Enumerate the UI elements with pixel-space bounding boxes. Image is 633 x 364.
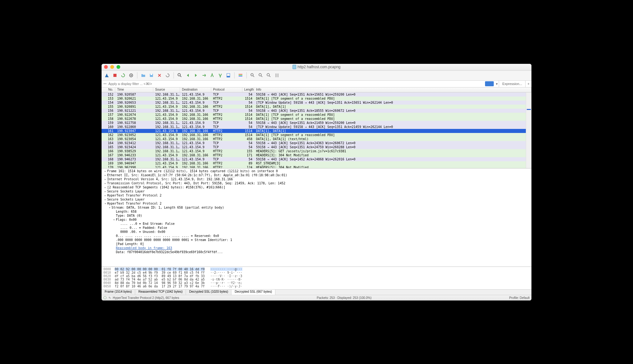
tree-node[interactable]: ▸Ethernet II, Src: XiaomiEl_1c:b7:7f (50… xyxy=(102,173,531,177)
go-to-packet-button[interactable] xyxy=(201,72,207,79)
col-protocol[interactable]: Protocol xyxy=(211,87,242,92)
go-forward-button[interactable] xyxy=(193,72,199,79)
auto-scroll-button[interactable] xyxy=(225,72,232,79)
find-button[interactable] xyxy=(176,72,183,79)
bytes-tab[interactable]: Frame (1514 bytes) xyxy=(102,290,135,295)
minimize-button[interactable] xyxy=(110,65,114,69)
go-last-button[interactable] xyxy=(217,72,224,79)
table-row[interactable]: 154190.920653192.168.31.1…121.43.154.9TC… xyxy=(102,101,531,105)
close-file-button[interactable] xyxy=(156,72,163,79)
tree-arrow-icon[interactable]: ▸ xyxy=(103,185,107,189)
table-row[interactable]: 169190.946947121.43.154.9192.168.31.166H… xyxy=(102,161,531,165)
zoom-in-button[interactable]: + xyxy=(249,72,256,79)
tree-node[interactable]: [Pad Length: 0] xyxy=(102,242,531,246)
tree-arrow-icon[interactable]: ▸ xyxy=(103,181,107,185)
table-row[interactable]: 152190.920587192.168.31.1…121.43.154.9TC… xyxy=(102,92,531,97)
col-no[interactable]: No. xyxy=(102,87,115,92)
tree-arrow-icon[interactable]: ▸ xyxy=(103,193,107,197)
packet-details-pane[interactable]: ▸Frame 161: 1514 bytes on wire (12112 bi… xyxy=(102,168,531,267)
packet-scrollbar[interactable] xyxy=(526,92,531,168)
maximize-button[interactable] xyxy=(117,65,120,69)
table-row[interactable]: 167190.946233121.43.154.9192.168.31.166H… xyxy=(102,153,531,157)
tree-node[interactable]: .... 0... = Padded: False xyxy=(102,226,531,230)
filter-add-button[interactable]: + xyxy=(525,81,531,87)
col-time[interactable]: Time xyxy=(115,87,153,92)
table-row[interactable]: 162190.923052121.43.154.9192.168.31.166H… xyxy=(102,133,531,137)
table-row[interactable]: 156190.921221192.168.31.1…121.43.154.9TC… xyxy=(102,109,531,113)
tree-node[interactable]: ▸HyperText Transfer Protocol 2 xyxy=(102,193,531,197)
table-row[interactable]: 163190.923054121.43.154.9192.168.31.166H… xyxy=(102,137,531,141)
tree-node[interactable]: Type: DATA (0) xyxy=(102,214,531,218)
tree-node[interactable]: ▾HyperText Transfer Protocol 2 xyxy=(102,201,531,206)
zoom-reset-button[interactable] xyxy=(265,72,272,79)
zoom-out-button[interactable]: - xyxy=(257,72,264,79)
byte-row[interactable]: 0040 8d 88 da 70 bd 0b 72 14 98 96 59 32… xyxy=(103,281,530,285)
tree-arrow-icon[interactable]: ▸ xyxy=(103,197,107,201)
byte-row[interactable]: 0000 00 02 92 00 00 00 00 00 01 f8 7f 00… xyxy=(103,267,530,271)
table-row[interactable]: 170190.962998121.43.154.9192.168.31.166H… xyxy=(102,165,531,168)
byte-row[interactable]: 0020 df cf a5 ba d6 56 f3 f3 89 49 13 8f… xyxy=(103,274,530,278)
status-profile[interactable]: Profile: Default xyxy=(509,296,530,300)
display-filter-input[interactable] xyxy=(102,81,485,86)
table-row[interactable]: 158190.922678121.43.154.9192.168.31.166H… xyxy=(102,117,531,121)
reload-button[interactable] xyxy=(164,72,171,79)
restart-capture-button[interactable] xyxy=(120,72,126,79)
save-file-button[interactable] xyxy=(148,72,155,79)
table-row[interactable]: 153190.920621121.43.154.9192.168.31.166H… xyxy=(102,97,531,101)
bytes-tab[interactable]: Decrypted SSL (667 bytes) xyxy=(231,290,275,295)
col-source[interactable]: Source xyxy=(153,87,180,92)
capture-options-button[interactable] xyxy=(128,72,135,79)
table-row[interactable]: 161190.923047121.43.154.9192.168.31.166H… xyxy=(102,129,531,133)
expert-info-icon[interactable] xyxy=(103,296,107,299)
tree-node[interactable]: ▸[2 Reassembled TCP Segments (1042 bytes… xyxy=(102,185,531,189)
col-destination[interactable]: Destination xyxy=(180,87,211,92)
go-back-button[interactable] xyxy=(184,72,191,79)
packet-bytes-pane[interactable]: 0000 00 02 92 00 00 00 00 00 01 f8 7f 00… xyxy=(102,267,531,289)
tree-node[interactable]: ▸Secure Sockets Layer xyxy=(102,189,531,193)
tree-node[interactable]: ▾Flags: 0x00 xyxy=(102,218,531,222)
tree-arrow-icon[interactable]: ▸ xyxy=(103,169,107,173)
packet-rows[interactable]: 152190.920587192.168.31.1…121.43.154.9TC… xyxy=(102,92,531,168)
close-button[interactable] xyxy=(104,65,108,69)
table-row[interactable]: 159190.922758192.168.31.1…121.43.154.9TC… xyxy=(102,121,531,125)
stop-capture-button[interactable] xyxy=(112,72,118,79)
col-length[interactable]: Length xyxy=(242,87,254,92)
tree-arrow-icon[interactable]: ▸ xyxy=(103,177,107,181)
tree-node[interactable]: Length: 658 xyxy=(102,210,531,214)
table-row[interactable]: 168190.946273192.168.31.1…121.43.154.9TC… xyxy=(102,157,531,161)
colorize-button[interactable] xyxy=(237,72,244,79)
tree-arrow-icon[interactable]: ▸ xyxy=(103,189,107,193)
filter-expression-button[interactable]: Expression... xyxy=(499,81,525,87)
filter-apply-button[interactable] xyxy=(485,81,494,86)
resize-columns-button[interactable] xyxy=(274,72,280,79)
byte-row[interactable]: 0010 e7 b9 32 2d c5 e4 9b f9 39 ce 69 f1… xyxy=(103,271,530,274)
tree-node[interactable]: ▸Frame 161: 1514 bytes on wire (12112 bi… xyxy=(102,169,531,173)
table-row[interactable]: 160190.922860192.168.31.1…121.43.154.9TC… xyxy=(102,125,531,129)
tree-node[interactable]: Reassembled body in frame: 163 xyxy=(102,246,531,250)
go-first-button[interactable] xyxy=(209,72,216,79)
table-row[interactable]: 164190.923412192.168.31.1…121.43.154.9TC… xyxy=(102,141,531,145)
tree-arrow-icon[interactable]: ▾ xyxy=(103,201,107,206)
tree-node[interactable]: ▸Transmission Control Protocol, Src Port… xyxy=(102,181,531,185)
table-row[interactable]: 155190.920891121.43.154.9192.168.31.166H… xyxy=(102,105,531,109)
status-edit-icon[interactable]: ✎ xyxy=(108,296,111,300)
tree-node[interactable]: ▸Internet Protocol Version 4, Src: 121.4… xyxy=(102,177,531,181)
table-row[interactable]: 165190.923424192.168.31.1…121.43.154.9TC… xyxy=(102,145,531,149)
bytes-tab[interactable]: Reassembled TCP (1042 bytes) xyxy=(135,290,186,295)
table-row[interactable]: 157190.922674121.43.154.9192.168.31.166H… xyxy=(102,113,531,117)
byte-row[interactable]: 0030 ad 73 f4 74 4e a7 52 ab e5 b2 bf 06… xyxy=(103,278,530,281)
tree-node[interactable]: ▾Stream: DATA, Stream ID: 1, Length 658 … xyxy=(102,206,531,210)
table-row[interactable]: 166190.938529192.168.31.1…121.43.154.9HT… xyxy=(102,149,531,153)
tree-arrow-icon[interactable]: ▾ xyxy=(112,218,116,222)
tree-node[interactable]: .... ...0 = End Stream: False xyxy=(102,222,531,226)
bytes-tab[interactable]: Decrypted SSL (1020 bytes) xyxy=(186,290,231,295)
tree-node[interactable]: 0000 .00. = Unused: 0x00 xyxy=(102,230,531,234)
shark-fin-icon[interactable] xyxy=(103,72,110,79)
tree-node[interactable]: ▸Secure Sockets Layer xyxy=(102,197,531,201)
filter-dropdown-icon[interactable]: ▾ xyxy=(495,82,499,86)
tree-node[interactable]: .000 0000 0000 0000 0000 0000 0000 0001 … xyxy=(102,238,531,242)
tree-node[interactable]: Data: f87f004016ddf0e7b9322dc5e49bf939ce… xyxy=(102,250,531,254)
tree-arrow-icon[interactable]: ▸ xyxy=(103,173,107,177)
open-file-button[interactable] xyxy=(140,72,147,79)
col-info[interactable]: Info xyxy=(254,87,531,92)
